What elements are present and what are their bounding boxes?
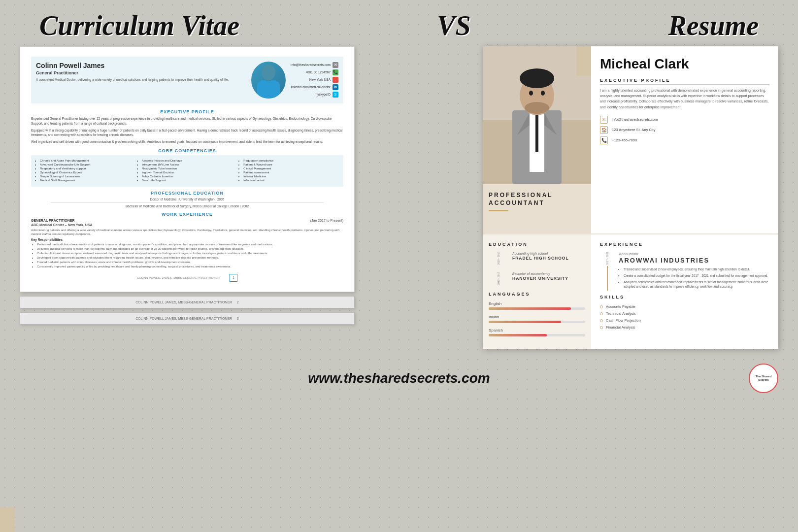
skill-technical-analysis: Technical Analysis <box>600 311 769 316</box>
list-item: Nasogastric Tube Insertion <box>142 167 238 170</box>
lang-spanish-bar-bg <box>489 334 585 336</box>
cv-page-1: Colinn Powell James General Practitioner… <box>20 46 355 292</box>
cv-profile-1: Experienced General Practitioner having … <box>31 116 343 126</box>
skill-dot <box>600 312 603 315</box>
resume-exp-title: EXPERIENCE <box>600 242 769 247</box>
list-item: Simple Suturing of Lacerations <box>40 175 136 178</box>
contact-phone-row: +001 00 1234567 📞 <box>291 69 338 75</box>
list-item: Treated pediatric patients with minor il… <box>37 260 343 265</box>
lang-english-name: English <box>489 301 585 306</box>
list-item: Internal Medicine <box>243 175 339 178</box>
list-item: Patient assessment <box>243 171 339 174</box>
edu-content-1: Accounting high school FRADEL HIGH SCHOO… <box>512 252 585 266</box>
svg-rect-2 <box>261 80 266 88</box>
edu-year-1: 2010 - 2013 <box>497 252 500 265</box>
list-item: Gynecology & Obstetrics Expert <box>40 171 136 174</box>
resume-photo-area <box>483 46 591 184</box>
list-item: Chronic and Acute Pain Management <box>40 159 136 162</box>
skill-label: Financial Analysis <box>606 325 635 330</box>
location-icon: 📍 <box>332 77 338 83</box>
list-item: Basic Life Support <box>142 179 238 182</box>
svg-point-0 <box>262 65 275 80</box>
list-item: Infection control <box>243 179 339 182</box>
cv-work-role: GENERAL PRACTITIONER <box>31 219 75 222</box>
lang-english: English <box>489 301 585 310</box>
edu-school-2: HANOVER UNIVERSITY <box>512 276 585 281</box>
resume-phone: +123-456-7890 <box>612 138 637 142</box>
lang-spanish-name: Spanish <box>489 328 585 332</box>
resume-photo-col: PROFESSIONAL ACCOUNTANT <box>483 46 591 233</box>
list-item: Patient & Wound care <box>243 163 339 166</box>
resume-contact-list: ✉ info@thesharedsecrets.com 🏠 123 Anywhe… <box>600 116 769 144</box>
cv-photo <box>251 62 286 99</box>
resume-contact-email: ✉ info@thesharedsecrets.com <box>600 116 769 124</box>
resume-contact-address: 🏠 123 Anywhere St. Any City <box>600 126 769 134</box>
list-item: Performed medical/clinical examinations … <box>37 242 343 247</box>
cv-work-org: ABC Medical Center – New York, USA <box>31 223 343 227</box>
cv-page2-num: 2 <box>237 300 239 304</box>
cv-header: Colinn Powell James General Practitioner… <box>31 57 343 103</box>
cv-page-3: COLINN POWELL JAMES, MBBS-GENERAL PRACTI… <box>20 312 355 325</box>
cv-comp-col-3: Regulatory compliance Patient & Wound ca… <box>238 159 339 183</box>
resume-top: PROFESSIONAL ACCOUNTANT Micheal Clark EX… <box>483 46 778 233</box>
resume-address-icon: 🏠 <box>600 126 608 134</box>
resume-phone-icon: 📞 <box>600 136 608 144</box>
resume-contact-phone: 📞 +123-456-7890 <box>600 136 769 144</box>
resume-title: Resume <box>668 10 759 41</box>
cv-skype: myskypeID <box>315 91 331 98</box>
skill-dot <box>600 326 603 329</box>
svg-point-10 <box>520 68 554 88</box>
skill-label: Technical Analysis <box>606 311 636 316</box>
list-item: Advanced Cardiovascular Life Support <box>40 163 136 166</box>
exp-bar-line-1 <box>607 266 608 291</box>
exp-bullets-list: Trained and supervised 2 new employees, … <box>619 267 769 289</box>
lang-english-bar-fill <box>489 307 571 310</box>
cv-job-title: General Practitioner <box>36 70 246 75</box>
svg-point-13 <box>525 102 549 114</box>
cv-location: New York-USA <box>309 76 331 83</box>
cv-name: Colinn Powell James <box>36 62 246 69</box>
resume-email: info@thesharedsecrets.com <box>612 117 658 122</box>
resume-page: PROFESSIONAL ACCOUNTANT Micheal Clark EX… <box>483 46 778 349</box>
list-item: Delivered medical services to more than … <box>37 247 343 251</box>
lang-english-bar-bg <box>489 307 585 310</box>
list-item: Trained and supervised 2 new employees, … <box>624 267 769 272</box>
page-header: Curriculum Vitae VS Resume <box>0 0 798 46</box>
list-item: Developed open rapport with patients and… <box>37 256 343 260</box>
resume-right-col: Micheal Clark EXECUTIVE PROFILE I am a h… <box>591 46 778 233</box>
contact-location-row: New York-USA 📍 <box>291 76 338 83</box>
page-footer: www.thesharedsecrets.com The SharedSecre… <box>0 359 798 398</box>
cv-education-title: PROFESSIONAL EDUCATION <box>31 191 343 196</box>
edu-year-bar-2: 2013 - 2017 <box>489 272 508 286</box>
edu-year-2: 2013 - 2017 <box>497 272 500 285</box>
exp-year-1: 2017 - 2021 <box>606 252 609 265</box>
svg-rect-1 <box>257 81 280 99</box>
cv-page2-footer: COLINN POWELL JAMES, MBBS-GENERAL PRACTI… <box>135 300 232 304</box>
cv-description: A competent Medical Doctor, delivering a… <box>36 77 246 82</box>
email-icon: ✉ <box>332 62 338 68</box>
cv-comp-col-1: Chronic and Acute Pain Management Advanc… <box>35 159 136 183</box>
svg-rect-3 <box>271 80 276 88</box>
logo-circle: The SharedSecrets <box>749 364 778 393</box>
resume-exec-title: EXECUTIVE PROFILE <box>600 78 769 85</box>
resume-name: Micheal Clark <box>600 56 769 72</box>
cv-page-number: 1 <box>230 274 237 282</box>
logo-text: The SharedSecrets <box>756 375 772 383</box>
website-url: www.thesharedsecrets.com <box>308 370 490 386</box>
edu-content-2: Bachelor of accountancy HANOVER UNIVERSI… <box>512 272 585 286</box>
svg-point-11 <box>529 91 533 96</box>
list-item: Clinical Management <box>243 167 339 170</box>
lang-italian-name: Italian <box>489 315 585 319</box>
edu-item-2: 2013 - 2017 Bachelor of accountancy HANO… <box>489 272 585 286</box>
resume-lang-title: LANGUAGES <box>489 292 585 297</box>
cv-work-resp: Key Responsibilities: <box>31 238 343 241</box>
list-item: Consistently improved patient quality of… <box>37 265 343 269</box>
beige-deco-top <box>576 46 591 76</box>
vs-text: VS <box>437 10 471 41</box>
cv-work-list: Performed medical/clinical examinations … <box>31 242 343 269</box>
cv-page3-footer: COLINN POWELL JAMES, MBBS-GENERAL PRACTI… <box>135 317 232 320</box>
cv-page-footer: COLINN POWELL JAMES, MBBS-GENERAL PRACTI… <box>31 274 343 282</box>
exp-item-1: 2017 - 2021 Accountant AROWWAI INDUSTRIE… <box>600 252 769 291</box>
resume-prof-title: PROFESSIONAL ACCOUNTANT <box>483 184 591 222</box>
beige-deco-bottom <box>0 507 15 532</box>
